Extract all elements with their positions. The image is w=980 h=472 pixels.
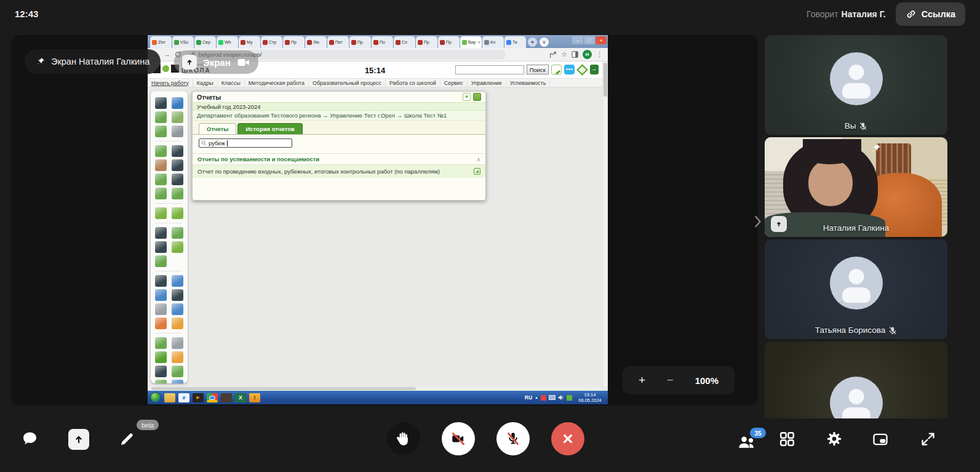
taskbar-app-icon[interactable] [207,393,218,402]
quick-icon[interactable] [172,159,183,171]
quick-icon[interactable] [172,111,183,123]
menu-item[interactable]: Успеваемость [506,79,551,87]
browser-tab[interactable]: Сп [394,36,415,48]
chat-button[interactable] [21,430,39,447]
participant-tile[interactable]: Татьяна Борисова [765,239,947,339]
quick-icon[interactable] [155,203,182,204]
vertical-scroll-thumb[interactable] [604,63,607,97]
browser-tab[interactable]: Пр [283,36,305,48]
quick-icon[interactable] [155,380,167,383]
participant-tile[interactable]: Вы [765,35,947,135]
notes-icon[interactable] [551,65,562,74]
quick-icon[interactable] [155,275,167,287]
browser-tab[interactable]: Пр [349,36,371,48]
quick-icon[interactable] [172,227,183,239]
report-row[interactable]: Отчет по проведению входных, рубежных, и… [193,165,485,178]
menu-item[interactable]: Работа со школой [386,79,440,87]
report-section-header[interactable]: Отчеты по успеваемости и посещаемости ∧ [193,153,485,165]
quick-icon[interactable] [155,223,182,223]
quick-icon[interactable] [172,145,183,157]
browser-tab[interactable]: Стр [261,36,282,48]
raise-hand-button[interactable] [387,422,420,455]
quick-icon[interactable] [155,333,182,334]
quick-icon[interactable] [172,188,183,199]
quick-icon[interactable] [155,351,167,363]
volume-icon[interactable] [558,394,564,401]
quick-icon[interactable] [155,227,167,239]
quick-icon[interactable] [155,318,167,329]
quick-icon[interactable] [155,241,167,253]
quick-icon[interactable] [155,141,182,142]
taskbar-app-icon[interactable] [164,393,175,402]
bookmark-star-icon[interactable]: ☆ [561,51,567,58]
menu-item[interactable]: Классы [218,79,245,87]
browser-tab[interactable]: Zim [150,36,172,48]
quick-icon[interactable] [172,366,183,377]
picture-in-picture-button[interactable] [872,431,889,448]
screen-share-toolbar[interactable]: Экран [174,50,258,74]
menu-item[interactable]: Образовательный процесс [309,79,386,87]
network-icon[interactable] [549,395,556,400]
menu-item[interactable]: Кадры [193,79,218,87]
browser-tab[interactable]: VSo [172,36,194,48]
browser-tab[interactable]: Пет [327,36,349,48]
zoom-out-button[interactable]: − [667,374,674,387]
collapse-panel-icon[interactable]: ▼ [463,93,471,101]
mic-off-button[interactable] [496,422,530,455]
horizontal-scrollbar[interactable] [148,386,602,391]
quick-icon[interactable] [155,255,167,267]
new-tab-button[interactable]: + [528,38,537,47]
fullscreen-button[interactable] [920,431,936,447]
share-screen-button[interactable] [68,429,89,450]
menu-item[interactable]: Начать работу [148,79,193,87]
quick-icon[interactable] [172,318,183,329]
vertical-scrollbar[interactable] [602,62,608,386]
sidebar-collapse-chevron[interactable] [753,214,763,229]
tray-clock[interactable]: 15:14 06.05.2024 [575,392,605,403]
quick-icon[interactable] [172,207,183,219]
taskbar-app-icon[interactable] [221,393,232,402]
browser-tab[interactable]: Пр [438,36,460,48]
tray-language[interactable]: RU [525,394,532,401]
logout-icon[interactable] [590,65,599,74]
leave-call-button[interactable] [551,422,584,455]
layout-grid-button[interactable] [778,430,796,448]
annotate-pencil-button[interactable] [119,430,136,447]
quick-icon[interactable] [155,145,167,157]
browser-tab[interactable]: Му [239,36,260,48]
share-page-icon[interactable] [549,51,557,58]
quick-icon[interactable] [155,126,167,137]
horizontal-scroll-thumb[interactable] [151,387,416,390]
camera-off-button[interactable] [442,422,475,455]
quick-icon[interactable] [172,126,183,137]
report-search-input[interactable]: рубеж [199,138,292,148]
browser-tab[interactable]: Те [504,36,526,48]
quick-icon[interactable] [172,174,183,185]
messages-icon[interactable] [564,65,575,74]
quick-icon[interactable] [172,351,183,363]
browser-tab[interactable]: Вир [460,36,482,48]
participant-tile[interactable] [765,342,947,418]
quick-icon[interactable] [172,303,183,315]
school-search-input[interactable] [455,65,524,74]
taskbar-app-icon[interactable]: e [178,393,189,402]
quick-icon[interactable] [172,289,183,301]
browser-profile-avatar[interactable]: H [583,50,592,59]
panel-settings-icon[interactable] [473,93,481,101]
quick-icon[interactable] [155,111,167,123]
quick-icon[interactable] [172,97,183,109]
menu-item[interactable]: Управление [468,79,506,87]
settings-gear-button[interactable] [825,430,843,448]
taskbar-app-icon[interactable]: X [235,393,246,402]
forward-icon[interactable]: → [164,51,170,58]
quick-icon[interactable] [155,207,167,219]
browser-tab[interactable]: Wh [217,36,238,48]
panel-tab[interactable]: История отчетов [237,123,302,134]
quick-icon[interactable] [155,97,167,109]
taskbar-app-icon[interactable]: ! [249,393,260,402]
quick-icon[interactable] [172,337,183,349]
window-maximize-button[interactable]: □ [584,36,595,44]
tab-list-chevron[interactable]: ∨ [540,38,549,47]
browser-menu-icon[interactable]: ⋮ [596,51,603,58]
browser-tab[interactable]: Кл [482,36,504,48]
